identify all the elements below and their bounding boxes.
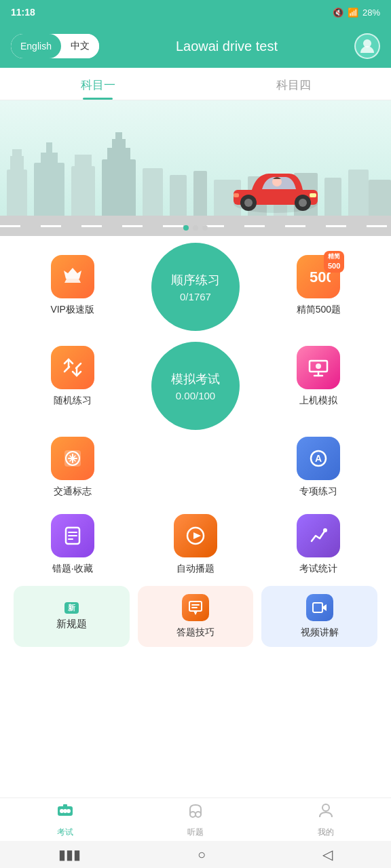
app-title: Laowai drive test: [99, 39, 354, 54]
svg-rect-4: [34, 163, 64, 217]
special-tiles-row: 新 新规题 答题技巧 视频讲解: [0, 580, 391, 647]
user-avatar[interactable]: [354, 33, 380, 59]
svg-marker-50: [193, 532, 201, 539]
status-icons: 🔇 📶 28%: [333, 7, 380, 18]
answer-tips-icon: [182, 594, 209, 621]
svg-rect-30: [310, 193, 316, 197]
svg-rect-2: [10, 156, 24, 170]
answer-tips-tile[interactable]: 答题技巧: [138, 586, 254, 647]
random-item[interactable]: 随机练习: [48, 340, 97, 412]
svg-point-63: [196, 812, 201, 817]
svg-rect-20: [324, 178, 341, 217]
svg-text:A: A: [315, 453, 322, 464]
main-grid: VIP极速版 随机练习: [0, 236, 391, 503]
mock-button[interactable]: 模拟考试 0.00/100: [151, 342, 240, 430]
svg-rect-52: [189, 601, 202, 611]
center-column: 顺序练习 0/1767 模拟考试 0.00/100: [134, 243, 257, 503]
svg-rect-22: [369, 180, 391, 217]
autoplay-label: 自动播题: [176, 563, 215, 575]
svg-rect-55: [313, 603, 322, 612]
computer-label: 上机模拟: [299, 395, 337, 407]
sequential-button[interactable]: 顺序练习 0/1767: [151, 243, 240, 331]
svg-rect-15: [193, 171, 207, 217]
listen-label: 听题: [187, 827, 204, 838]
left-column: VIP极速版 随机练习: [11, 243, 134, 503]
answer-tips-label: 答题技巧: [176, 627, 215, 639]
mine-icon: [316, 801, 335, 824]
svg-rect-11: [112, 139, 126, 149]
banner-dots: [183, 225, 208, 231]
exam-label: 考试: [57, 827, 73, 838]
refined500-label: 精简500题: [297, 304, 341, 316]
stats-item[interactable]: 考试统计: [257, 509, 380, 580]
vip-item[interactable]: VIP极速版: [48, 250, 97, 321]
right-column: 500 精简 500 精简500题 上机模拟: [257, 243, 380, 503]
recent-button[interactable]: ▮▮▮: [58, 846, 81, 863]
new-questions-tile[interactable]: 新 新规题: [14, 586, 130, 647]
svg-rect-31: [234, 193, 239, 197]
svg-line-35: [76, 363, 81, 368]
svg-rect-9: [102, 159, 136, 217]
car-image: [228, 164, 323, 218]
video-tile[interactable]: 视频讲解: [261, 586, 377, 647]
mistakes-label: 错题·收藏: [52, 563, 93, 575]
nav-mine[interactable]: 我的: [261, 798, 391, 841]
header: English 中文 Laowai drive test: [0, 24, 391, 68]
svg-line-34: [64, 367, 69, 372]
mistakes-item[interactable]: 错题·收藏: [11, 509, 134, 580]
tab-bar: 科目一 科目四: [0, 68, 391, 100]
svg-marker-33: [64, 279, 81, 283]
computer-item[interactable]: 上机模拟: [294, 340, 343, 412]
svg-rect-61: [63, 804, 67, 807]
status-time: 11:18: [11, 7, 35, 18]
mistakes-icon: [51, 514, 94, 557]
mock-sub: 0.00/100: [176, 390, 215, 401]
mock-main: 模拟考试: [171, 371, 220, 387]
svg-rect-14: [170, 175, 187, 217]
svg-rect-8: [75, 155, 92, 167]
lang-english-button[interactable]: English: [11, 34, 61, 58]
back-button[interactable]: ◁: [322, 846, 333, 863]
svg-point-42: [316, 363, 321, 369]
svg-point-60: [67, 809, 71, 813]
autoplay-item[interactable]: 自动播题: [134, 509, 257, 580]
svg-rect-1: [7, 170, 27, 217]
dot-3: [202, 225, 208, 231]
special-item[interactable]: A 专项练习: [294, 431, 343, 503]
traffic-icon: [51, 437, 94, 480]
svg-point-51: [323, 528, 327, 532]
traffic-item[interactable]: 交通标志: [48, 431, 97, 503]
svg-rect-7: [71, 166, 95, 217]
mine-label: 我的: [318, 827, 334, 838]
lang-chinese-button[interactable]: 中文: [61, 34, 99, 58]
sequential-sub: 0/1767: [180, 291, 211, 302]
vip-label: VIP极速版: [50, 304, 94, 316]
autoplay-icon: [174, 514, 217, 557]
tab-ke4[interactable]: 科目四: [196, 68, 391, 100]
svg-rect-21: [348, 170, 369, 217]
stats-label: 考试统计: [299, 563, 337, 575]
home-button[interactable]: ○: [198, 847, 206, 863]
special-icon: A: [297, 437, 340, 480]
tab-ke1[interactable]: 科目一: [0, 68, 196, 100]
video-icon: [306, 594, 333, 621]
traffic-label: 交通标志: [54, 486, 92, 498]
refined-badge: 精简 500: [324, 251, 344, 273]
new-badge: 新: [64, 602, 79, 614]
nav-exam[interactable]: 考试: [0, 798, 130, 841]
svg-rect-6: [46, 142, 52, 153]
svg-marker-32: [64, 268, 81, 279]
svg-point-64: [322, 804, 329, 811]
battery-text: 28%: [362, 7, 380, 18]
svg-rect-13: [143, 168, 163, 217]
refined500-item[interactable]: 500 精简 500 精简500题: [294, 250, 343, 321]
nav-listen[interactable]: 听题: [130, 798, 261, 841]
bottom-nav: 考试 听题 我的: [0, 797, 391, 841]
svg-rect-3: [12, 149, 22, 157]
exam-icon: [56, 801, 75, 824]
sequential-main: 顺序练习: [171, 272, 220, 288]
svg-rect-5: [41, 153, 58, 163]
stats-icon: [297, 514, 340, 557]
banner: [0, 100, 391, 236]
language-toggle[interactable]: English 中文: [11, 34, 99, 58]
